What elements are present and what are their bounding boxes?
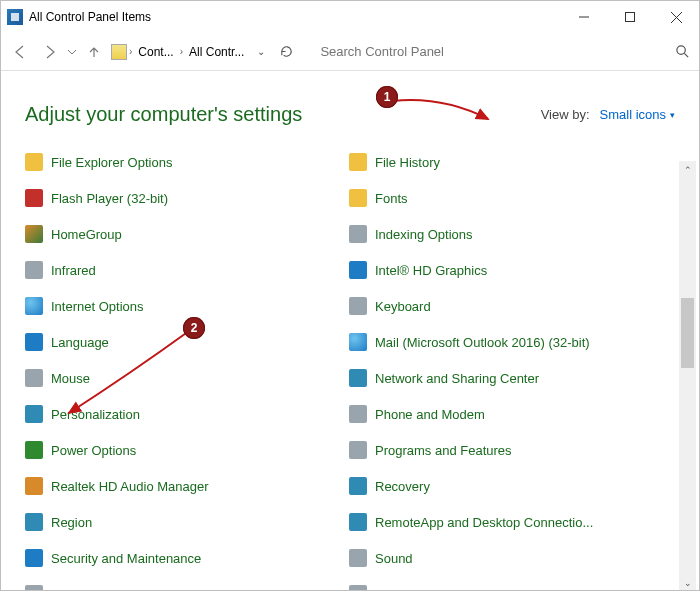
item-keyboard[interactable]: Keyboard — [349, 288, 659, 324]
annotation-marker-2: 2 — [183, 317, 205, 339]
crumb-current[interactable]: All Contr... — [185, 45, 248, 59]
svg-rect-0 — [11, 13, 19, 21]
item-label: Fonts — [375, 191, 408, 206]
item-label: Internet Options — [51, 299, 144, 314]
item-power-options[interactable]: Power Options — [25, 432, 335, 468]
address-bar[interactable]: › Cont... › All Contr... — [111, 44, 248, 60]
item-label: Mouse — [51, 371, 90, 386]
item-label: RemoteApp and Desktop Connectio... — [375, 515, 593, 530]
refresh-button[interactable] — [272, 38, 300, 66]
forward-button[interactable] — [35, 37, 65, 67]
svg-line-6 — [685, 53, 689, 57]
item-icon — [25, 333, 43, 351]
item-icon — [349, 369, 367, 387]
item-icon — [349, 549, 367, 567]
crumb-sep-icon: › — [178, 46, 185, 57]
item-label: Storage Spaces — [375, 587, 468, 592]
item-icon — [25, 585, 43, 591]
item-mail[interactable]: Mail (Microsoft Outlook 2016) (32-bit) — [349, 324, 659, 360]
item-mouse[interactable]: Mouse — [25, 360, 335, 396]
item-icon — [25, 261, 43, 279]
item-phone-modem[interactable]: Phone and Modem — [349, 396, 659, 432]
page-heading: Adjust your computer's settings — [25, 103, 302, 126]
svg-rect-2 — [626, 13, 635, 22]
item-indexing-options[interactable]: Indexing Options — [349, 216, 659, 252]
item-icon — [349, 297, 367, 315]
item-label: Realtek HD Audio Manager — [51, 479, 209, 494]
chevron-down-icon: ▾ — [670, 110, 675, 120]
item-label: Flash Player (32-bit) — [51, 191, 168, 206]
folder-icon — [111, 44, 127, 60]
search-icon[interactable] — [671, 39, 695, 65]
items-grid: File Explorer OptionsFlash Player (32-bi… — [1, 136, 699, 591]
item-label: Intel® HD Graphics — [375, 263, 487, 278]
item-label: Language — [51, 335, 109, 350]
item-flash-player[interactable]: Flash Player (32-bit) — [25, 180, 335, 216]
item-intel-hd-graphics[interactable]: Intel® HD Graphics — [349, 252, 659, 288]
window-title: All Control Panel Items — [29, 10, 151, 24]
vertical-scrollbar[interactable]: ⌃ ⌄ — [679, 161, 696, 591]
item-label: File History — [375, 155, 440, 170]
scroll-up-arrow[interactable]: ⌃ — [679, 161, 696, 178]
viewby-dropdown[interactable]: Small icons ▾ — [600, 107, 675, 122]
item-file-history[interactable]: File History — [349, 144, 659, 180]
item-security-maintenance[interactable]: Security and Maintenance — [25, 540, 335, 576]
search-input[interactable] — [318, 43, 670, 60]
item-icon — [349, 225, 367, 243]
item-programs-features[interactable]: Programs and Features — [349, 432, 659, 468]
control-panel-icon — [7, 9, 23, 25]
item-icon — [25, 441, 43, 459]
viewby-label: View by: — [541, 107, 590, 122]
item-icon — [349, 261, 367, 279]
item-storage-spaces[interactable]: Storage Spaces — [349, 576, 659, 591]
item-label: Region — [51, 515, 92, 530]
item-remoteapp[interactable]: RemoteApp and Desktop Connectio... — [349, 504, 659, 540]
item-network-sharing[interactable]: Network and Sharing Center — [349, 360, 659, 396]
item-icon — [25, 477, 43, 495]
item-region[interactable]: Region — [25, 504, 335, 540]
close-button[interactable] — [653, 1, 699, 33]
history-dropdown[interactable] — [65, 37, 79, 67]
item-icon — [349, 585, 367, 591]
item-speech-recognition[interactable]: Speech Recognition — [25, 576, 335, 591]
viewby-value-text: Small icons — [600, 107, 666, 122]
item-infrared[interactable]: Infrared — [25, 252, 335, 288]
item-realtek-audio[interactable]: Realtek HD Audio Manager — [25, 468, 335, 504]
item-icon — [25, 405, 43, 423]
up-button[interactable] — [79, 37, 109, 67]
item-fonts[interactable]: Fonts — [349, 180, 659, 216]
item-label: HomeGroup — [51, 227, 122, 242]
nav-toolbar: › Cont... › All Contr... ⌄ — [1, 33, 699, 71]
item-language[interactable]: Language — [25, 324, 335, 360]
crumb-parent[interactable]: Cont... — [134, 45, 177, 59]
annotation-marker-1: 1 — [376, 86, 398, 108]
item-homegroup[interactable]: HomeGroup — [25, 216, 335, 252]
item-icon — [349, 153, 367, 171]
scroll-track[interactable] — [679, 178, 696, 574]
header-row: Adjust your computer's settings View by:… — [1, 71, 699, 136]
item-icon — [349, 441, 367, 459]
search-box[interactable] — [318, 38, 695, 66]
item-label: Phone and Modem — [375, 407, 485, 422]
address-dropdown[interactable]: ⌄ — [252, 46, 270, 57]
item-label: Indexing Options — [375, 227, 473, 242]
minimize-button[interactable] — [561, 1, 607, 33]
scroll-thumb[interactable] — [681, 298, 694, 368]
item-icon — [25, 369, 43, 387]
item-label: Security and Maintenance — [51, 551, 201, 566]
item-icon — [349, 513, 367, 531]
item-personalization[interactable]: Personalization — [25, 396, 335, 432]
maximize-button[interactable] — [607, 1, 653, 33]
item-internet-options[interactable]: Internet Options — [25, 288, 335, 324]
item-label: File Explorer Options — [51, 155, 172, 170]
crumb-sep-icon: › — [127, 46, 134, 57]
item-label: Personalization — [51, 407, 140, 422]
item-recovery[interactable]: Recovery — [349, 468, 659, 504]
back-button[interactable] — [5, 37, 35, 67]
scroll-down-arrow[interactable]: ⌄ — [679, 574, 696, 591]
item-file-explorer-options[interactable]: File Explorer Options — [25, 144, 335, 180]
item-icon — [25, 189, 43, 207]
item-sound[interactable]: Sound — [349, 540, 659, 576]
item-icon — [25, 549, 43, 567]
item-label: Infrared — [51, 263, 96, 278]
